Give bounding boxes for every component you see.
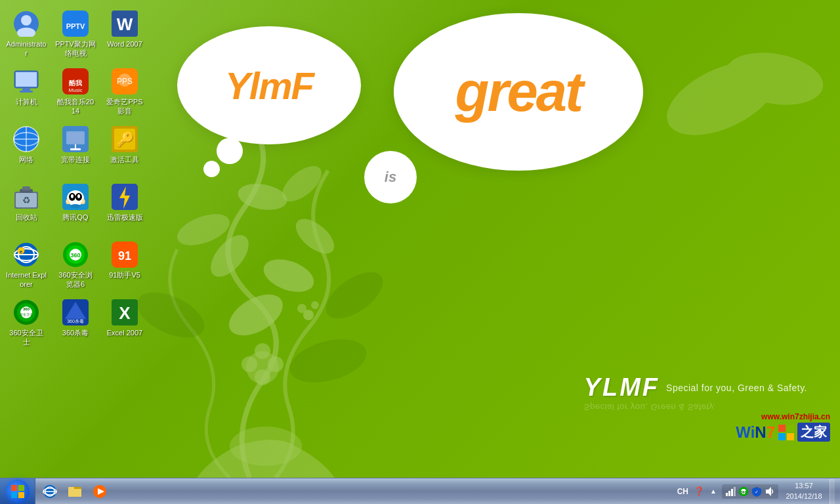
360browser-icon: 360 bbox=[62, 242, 89, 268]
start-orb bbox=[6, 480, 30, 503]
taskbar-explorer-icon[interactable] bbox=[63, 480, 87, 503]
administrator-icon bbox=[13, 10, 39, 37]
91-label: 91助手V5 bbox=[109, 270, 140, 280]
svg-rect-106 bbox=[726, 493, 728, 496]
icon-thunder[interactable]: 迅雷极速版 bbox=[102, 180, 148, 226]
svg-text:360杀毒: 360杀毒 bbox=[67, 319, 84, 324]
icon-360kill[interactable]: 360杀毒 360杀毒 bbox=[52, 295, 98, 341]
icon-computer[interactable]: 计算机 bbox=[3, 64, 49, 110]
ylmf-bubble: YlmF bbox=[177, 26, 361, 144]
taskbar-media-icon[interactable] bbox=[88, 480, 112, 503]
svg-point-18 bbox=[318, 263, 391, 327]
is-bubble: is bbox=[364, 151, 417, 203]
svg-point-12 bbox=[303, 310, 314, 320]
icon-ie[interactable]: e Internet Explorer bbox=[3, 238, 49, 293]
music-label: 酷我音乐2014 bbox=[55, 97, 96, 116]
ylmf-text: YlmF bbox=[225, 64, 313, 108]
start-button[interactable] bbox=[0, 478, 35, 505]
svg-text:Music: Music bbox=[69, 87, 83, 93]
svg-rect-107 bbox=[728, 491, 730, 496]
icon-91[interactable]: 91 91助手V5 bbox=[102, 238, 148, 284]
tray-help-icon[interactable]: ❓ bbox=[693, 486, 705, 497]
icon-360browser[interactable]: 360 360安全浏览器6 bbox=[52, 238, 98, 293]
icon-network[interactable]: 网络 bbox=[3, 122, 49, 168]
icon-360safe[interactable]: 360 安全卫士 360安全卫士 bbox=[3, 295, 49, 351]
taskbar-ie-icon[interactable] bbox=[38, 480, 62, 503]
thunder-label: 迅雷极速版 bbox=[107, 213, 143, 222]
word-icon: W bbox=[112, 10, 138, 37]
svg-text:✓: ✓ bbox=[755, 490, 759, 494]
icon-activate[interactable]: 🔑 激活工具 bbox=[102, 122, 148, 168]
great-text: great bbox=[455, 60, 582, 124]
91-icon: 91 bbox=[112, 242, 138, 268]
icon-music[interactable]: 酷我 Music 酷我音乐2014 bbox=[52, 64, 98, 120]
qq-icon bbox=[62, 184, 89, 210]
icon-excel2007[interactable]: X Excel 2007 bbox=[102, 295, 148, 341]
watermark-url: www.win7zhijia.cn bbox=[736, 412, 830, 421]
icon-administrator[interactable]: Administrator bbox=[3, 7, 49, 62]
svg-text:PPS: PPS bbox=[117, 77, 133, 86]
clock-time: 13:57 bbox=[795, 481, 813, 491]
svg-point-5 bbox=[236, 180, 289, 214]
svg-rect-53 bbox=[70, 148, 81, 150]
taskbar-clock[interactable]: 13:57 2014/12/18 bbox=[781, 481, 827, 501]
broadband-label: 宽带连接 bbox=[61, 155, 90, 164]
360kill-label: 360杀毒 bbox=[62, 328, 89, 337]
windows-flag-icon bbox=[777, 423, 795, 442]
icon-pptv[interactable]: PPTV PPTV聚力网络电视 bbox=[52, 7, 98, 62]
svg-rect-26 bbox=[787, 433, 794, 440]
network-icon bbox=[13, 126, 39, 152]
taskbar-tray-area: CH ❓ ▲ 360 bbox=[670, 478, 840, 504]
windows-orb-icon bbox=[10, 484, 25, 499]
svg-text:安全卫士: 安全卫士 bbox=[20, 312, 33, 316]
excel-icon: X bbox=[112, 299, 138, 326]
svg-text:PPTV: PPTV bbox=[66, 22, 85, 30]
show-desktop-button[interactable] bbox=[830, 479, 835, 504]
svg-point-7 bbox=[246, 351, 279, 384]
pptv-label: PPTV聚力网络电视 bbox=[55, 39, 96, 58]
svg-text:91: 91 bbox=[118, 249, 131, 262]
svg-point-22 bbox=[722, 46, 828, 112]
svg-text:e: e bbox=[20, 249, 23, 255]
taskbar-pinned-area bbox=[35, 480, 114, 503]
tray-expand-icon[interactable]: ▲ bbox=[707, 486, 719, 497]
svg-point-2 bbox=[203, 228, 255, 284]
ylmf-logo-icon: YLMF bbox=[584, 373, 660, 402]
360safe-label: 360安全卫士 bbox=[6, 328, 47, 347]
svg-rect-24 bbox=[787, 425, 794, 432]
recycle-icon: ♻ bbox=[13, 184, 39, 210]
svg-point-68 bbox=[70, 204, 81, 208]
svg-rect-93 bbox=[11, 485, 17, 491]
svg-point-10 bbox=[255, 343, 270, 359]
tray-360-icon[interactable]: 360 bbox=[738, 486, 749, 497]
icon-word2007[interactable]: W Word 2007 bbox=[102, 7, 148, 52]
svg-rect-96 bbox=[18, 492, 24, 498]
qq-label: 腾讯QQ bbox=[62, 213, 88, 222]
taskbar-lang[interactable]: CH bbox=[675, 487, 690, 496]
svg-text:360: 360 bbox=[70, 252, 80, 259]
icon-broadband[interactable]: 宽带连接 bbox=[52, 122, 98, 168]
svg-rect-51 bbox=[68, 133, 83, 143]
brand-tagline: Special for you, Green & Safety. bbox=[666, 383, 807, 393]
svg-rect-37 bbox=[20, 91, 33, 93]
svg-point-28 bbox=[21, 15, 32, 26]
icon-pps[interactable]: PPS 爱奇艺PPS影音 bbox=[102, 64, 148, 120]
icon-recycle[interactable]: ♻ 回收站 bbox=[3, 180, 49, 226]
svg-point-1 bbox=[259, 253, 318, 299]
svg-rect-108 bbox=[731, 489, 733, 496]
tray-network-icon[interactable] bbox=[724, 486, 736, 497]
taskbar: CH ❓ ▲ 360 bbox=[0, 478, 840, 504]
svg-point-13 bbox=[311, 301, 319, 309]
pptv-icon: PPTV bbox=[62, 10, 89, 37]
svg-rect-103 bbox=[68, 487, 74, 490]
tray-security-icon[interactable]: ✓ bbox=[751, 486, 763, 497]
svg-point-11 bbox=[255, 369, 270, 385]
clock-date: 2014/12/18 bbox=[786, 492, 822, 501]
desktop: YlmF great is YLMF Special for you, Gree… bbox=[0, 0, 840, 478]
svg-point-14 bbox=[297, 304, 306, 313]
ie-label: Internet Explorer bbox=[6, 270, 47, 289]
brand-tagline-reflection: Special for you, Green & Safety. bbox=[584, 402, 807, 412]
svg-rect-109 bbox=[734, 487, 736, 496]
tray-audio-icon[interactable] bbox=[764, 486, 776, 497]
icon-qq[interactable]: 腾讯QQ bbox=[52, 180, 98, 226]
